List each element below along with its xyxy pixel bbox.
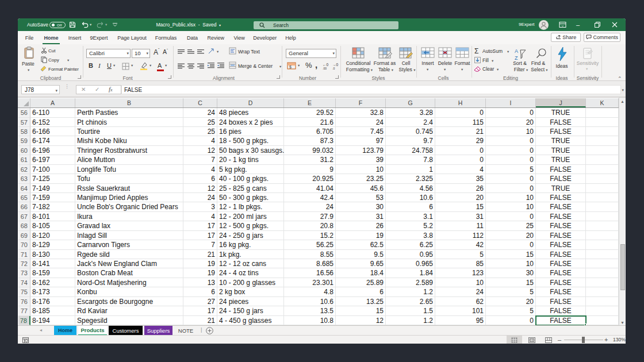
svg-text:.0: .0 <box>332 67 335 70</box>
svg-text:A: A <box>515 48 518 54</box>
svg-text:→0: →0 <box>332 63 339 67</box>
svg-text:$: $ <box>289 65 292 69</box>
svg-text:←0: ←0 <box>323 63 329 67</box>
svg-text:.00: .00 <box>323 67 327 70</box>
